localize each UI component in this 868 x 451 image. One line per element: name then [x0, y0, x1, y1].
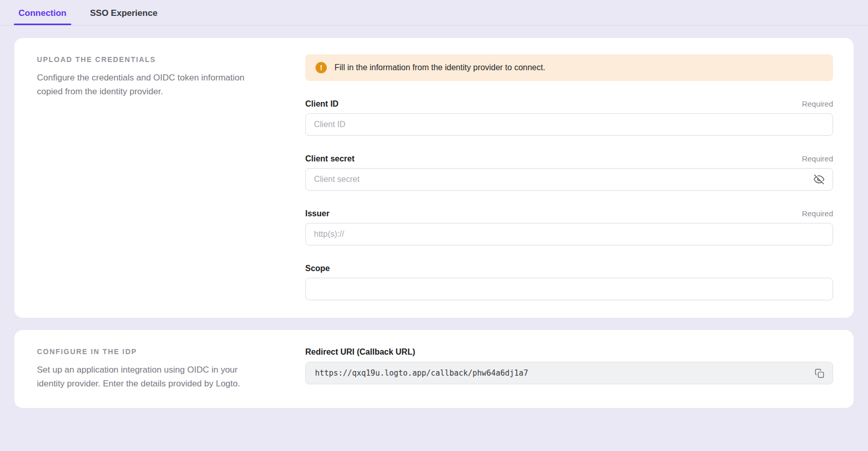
client-secret-field: Client secret Required — [305, 154, 833, 191]
credentials-card: UPLOAD THE CREDENTIALS Configure the cre… — [14, 38, 854, 318]
copy-icon — [815, 368, 824, 378]
idp-section-heading: CONFIGURE IN THE IDP — [37, 347, 259, 356]
idp-section-description: Set up an application integration using … — [37, 363, 259, 391]
scope-input[interactable] — [305, 278, 833, 300]
tab-bar: Connection SSO Experience — [0, 0, 868, 26]
warning-banner: ! Fill in the information from the ident… — [305, 54, 833, 81]
client-id-input[interactable] — [305, 113, 833, 136]
client-id-label: Client ID — [305, 99, 339, 109]
issuer-label: Issuer — [305, 209, 329, 218]
tab-connection[interactable]: Connection — [18, 8, 67, 25]
secret-visibility-toggle-button[interactable] — [812, 172, 826, 187]
credentials-section-description: Configure the credentials and OIDC token… — [37, 71, 259, 98]
scope-field: Scope — [305, 264, 833, 300]
client-secret-label: Client secret — [305, 154, 354, 163]
copy-button[interactable] — [813, 366, 826, 380]
redirect-uri-label: Redirect URI (Callback URL) — [305, 347, 833, 357]
client-secret-required-badge: Required — [802, 154, 833, 163]
alert-icon: ! — [315, 62, 327, 73]
issuer-input[interactable] — [305, 223, 833, 245]
client-id-required-badge: Required — [802, 99, 833, 108]
idp-intro: CONFIGURE IN THE IDP Set up an applicati… — [37, 346, 305, 391]
scope-label: Scope — [305, 264, 330, 273]
credentials-section-heading: UPLOAD THE CREDENTIALS — [37, 55, 259, 64]
issuer-field: Issuer Required — [305, 209, 833, 245]
client-id-field: Client ID Required — [305, 99, 833, 136]
eye-off-icon — [814, 174, 824, 185]
redirect-uri-value: https://qxq19u.logto.app/callback/phw64a… — [315, 368, 528, 378]
idp-card: CONFIGURE IN THE IDP Set up an applicati… — [14, 330, 854, 408]
credentials-form: ! Fill in the information from the ident… — [305, 54, 833, 300]
redirect-uri-field: https://qxq19u.logto.app/callback/phw64a… — [305, 362, 833, 384]
warning-banner-text: Fill in the information from the identit… — [334, 63, 545, 72]
issuer-required-badge: Required — [802, 209, 833, 218]
client-secret-input[interactable] — [305, 168, 833, 191]
idp-form: Redirect URI (Callback URL) https://qxq1… — [305, 346, 833, 391]
tab-sso-experience[interactable]: SSO Experience — [90, 8, 157, 25]
credentials-intro: UPLOAD THE CREDENTIALS Configure the cre… — [37, 54, 305, 300]
